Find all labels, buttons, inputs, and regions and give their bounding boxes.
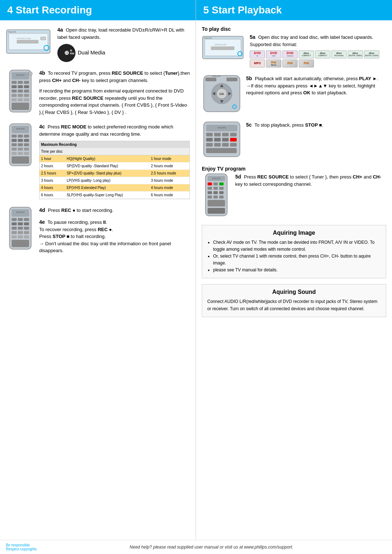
step-4e-label: 4e xyxy=(39,219,45,225)
svg-rect-107 xyxy=(219,182,224,185)
left-section-title: 4 Start Recording xyxy=(7,4,92,16)
svg-rect-97 xyxy=(206,143,213,147)
svg-rect-37 xyxy=(18,139,23,142)
svg-rect-3 xyxy=(41,37,46,40)
svg-rect-83 xyxy=(205,78,216,81)
step-5d-image: PHILIPS xyxy=(202,173,231,218)
svg-rect-54 xyxy=(24,218,29,221)
disc-logo-cd: discCOMPACT xyxy=(299,50,314,58)
step-5c-image: PHILIPS xyxy=(202,121,242,159)
svg-text:PHILIPS: PHILIPS xyxy=(16,128,24,130)
disc-logo-digital-audio: discDIGITAL AUDIO xyxy=(364,50,379,58)
step-5a-text: 5a Open disc tray and load disc, with la… xyxy=(250,33,386,67)
svg-rect-43 xyxy=(18,148,23,151)
recording-table: Maximum Recording Time per disc 1 hourHQ… xyxy=(39,141,190,199)
svg-rect-36 xyxy=(12,139,17,142)
disc-logo-digital-video: discDIGITAL VIDEO xyxy=(348,50,363,58)
svg-rect-101 xyxy=(206,148,237,153)
disc-logo-compact2: discCOMPACT xyxy=(315,50,330,58)
svg-rect-42 xyxy=(12,148,17,151)
step-5b-image: OK PHILIPS xyxy=(202,75,242,114)
footer-help-text: Need help? please read supplied user man… xyxy=(37,545,386,550)
svg-rect-27 xyxy=(24,98,29,101)
disc-logo-rw1: RW80mm xyxy=(266,59,281,67)
svg-rect-18 xyxy=(24,85,29,88)
svg-rect-35 xyxy=(24,135,29,138)
svg-text:PHILIPS: PHILIPS xyxy=(8,31,16,33)
step-4c-block: PHILIPS 4c Press REC MODE to select pref… xyxy=(6,123,190,199)
table-row: 1 hourHQ(Hight Quality)1 hour mode xyxy=(40,155,189,163)
play-disc-heading: To play disc xyxy=(202,26,386,32)
rec-table-title: Maximum Recording xyxy=(40,141,189,148)
svg-rect-111 xyxy=(208,191,212,194)
remote-5c-svg: PHILIPS xyxy=(202,121,242,157)
remote-5b-svg: OK PHILIPS xyxy=(202,75,242,113)
left-section-header: 4 Start Recording xyxy=(0,0,196,20)
svg-rect-16 xyxy=(12,85,17,88)
step-4b-label: 4b xyxy=(39,70,45,76)
step-4d-label: 4d xyxy=(39,207,45,213)
table-row: 3 hoursLP(VHS quality- Long play)3 hours… xyxy=(40,177,189,184)
step-4c-image: PHILIPS xyxy=(6,123,35,168)
svg-rect-15 xyxy=(24,81,29,84)
svg-rect-21 xyxy=(24,90,29,93)
step-5d-block: PHILIPS 5d Press REC SOURCE to select { … xyxy=(202,173,386,218)
disc-logo-mp3: MP3 xyxy=(250,59,265,67)
svg-rect-23 xyxy=(18,94,23,97)
svg-rect-113 xyxy=(219,191,224,194)
svg-text:PHILIPS: PHILIPS xyxy=(212,75,220,77)
step-5b-label: 5b xyxy=(246,75,252,81)
svg-rect-110 xyxy=(219,187,224,190)
disc-logo-rw3: RW xyxy=(299,59,314,67)
step-5d-text: 5d Press REC SOURCE to select { Tuner },… xyxy=(235,173,386,188)
svg-rect-17 xyxy=(18,85,23,88)
aquiring-sound-box: Aquiring Sound Connect AUDIO L/R(red/whi… xyxy=(202,284,386,317)
step-4d-block: PHILIPS 4d Press REC ● to start recordin… xyxy=(6,206,190,254)
step-4a-block: PHILIPS OPEN/CLOSE 4a Open disc tray, lo… xyxy=(6,26,190,62)
svg-rect-61 xyxy=(12,231,17,234)
svg-rect-89 xyxy=(206,133,213,136)
step-5c-label: 5c xyxy=(246,122,252,128)
svg-rect-116 xyxy=(219,196,224,198)
svg-text:PHILIPS: PHILIPS xyxy=(217,127,226,129)
svg-rect-44 xyxy=(24,148,29,151)
disc-logo-rewritable: discRewritable xyxy=(331,50,347,58)
svg-rect-59 xyxy=(18,227,23,230)
svg-rect-14 xyxy=(18,81,23,84)
svg-rect-25 xyxy=(12,98,17,101)
svg-rect-91 xyxy=(222,133,229,136)
svg-text:R: R xyxy=(70,49,72,52)
step-4b-image: PHILIPS xyxy=(6,69,35,114)
step-4d-text: 4d Press REC ● to start recording. 4e To… xyxy=(39,206,190,254)
svg-rect-46 xyxy=(18,152,23,155)
svg-rect-2 xyxy=(17,40,38,44)
right-column: 5 Start Playback To play disc PHILIPS OP… xyxy=(196,0,392,540)
svg-rect-98 xyxy=(214,143,221,147)
svg-text:OK: OK xyxy=(219,92,224,96)
svg-rect-93 xyxy=(206,138,213,141)
svg-point-30 xyxy=(29,72,32,75)
svg-rect-63 xyxy=(24,231,29,234)
table-row: 6 hoursSLP(VHS quality-Super Long Play)6… xyxy=(40,191,189,198)
svg-rect-96 xyxy=(230,138,237,141)
step-4c-label: 4c xyxy=(39,124,45,130)
step-5c-block: PHILIPS 5c To stop playback, press STOP … xyxy=(202,121,386,159)
step-5b-text: 5b Playback will start autumatically, ot… xyxy=(246,75,386,97)
svg-rect-100 xyxy=(230,143,237,147)
svg-rect-105 xyxy=(208,182,212,185)
list-item: Check AV mode on TV. The mode can be dev… xyxy=(213,239,381,253)
svg-rect-67 xyxy=(12,240,29,247)
list-item: please see TV manual for details. xyxy=(213,267,381,274)
svg-rect-60 xyxy=(24,227,29,230)
svg-text:OPEN/CLOSE: OPEN/CLOSE xyxy=(215,44,226,46)
disc-formats: DVDR DVDRW DVDVIDEO discCOMPACT discCOMP xyxy=(250,50,386,67)
remote-4b-svg: PHILIPS xyxy=(6,69,35,113)
svg-rect-92 xyxy=(230,133,237,136)
step-4a-text: 4a Open disc tray, load recordable DVD±R… xyxy=(57,26,190,62)
svg-rect-117 xyxy=(208,200,225,206)
svg-rect-22 xyxy=(12,94,17,97)
table-row: 2.5 hoursSP+(DVD quality- Stard play plu… xyxy=(40,169,189,177)
svg-rect-115 xyxy=(213,196,218,198)
svg-rect-39 xyxy=(12,143,17,146)
svg-rect-57 xyxy=(24,222,29,225)
